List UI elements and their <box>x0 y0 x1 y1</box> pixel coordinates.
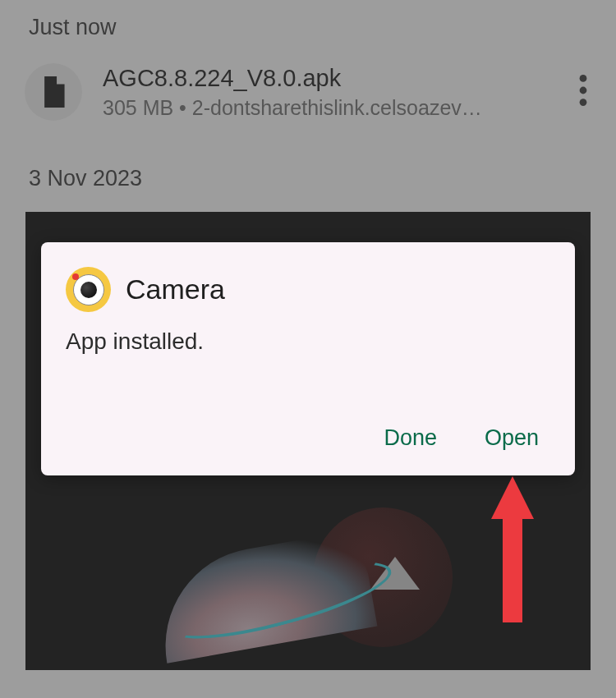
app-icon <box>66 267 111 312</box>
open-button[interactable]: Open <box>481 420 542 456</box>
dialog-message: App installed. <box>66 328 550 355</box>
camera-dot-icon <box>72 273 79 280</box>
dialog-title: Camera <box>126 273 225 305</box>
dialog-actions: Done Open <box>66 420 550 456</box>
done-button[interactable]: Done <box>380 420 440 456</box>
install-dialog: Camera App installed. Done Open <box>41 242 575 475</box>
camera-lens-icon <box>80 282 97 298</box>
dialog-header: Camera <box>66 267 550 312</box>
